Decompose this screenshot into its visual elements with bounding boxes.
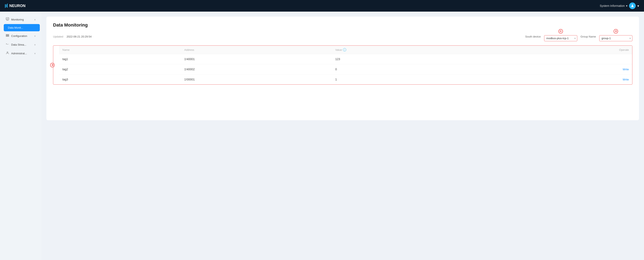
sidebar-data-monit-label: Data Monit...	[8, 26, 23, 29]
sidebar-configuration-label: Configuration	[11, 35, 27, 38]
brand-name: NEURON	[9, 4, 26, 8]
navbar-right: System Information ▾ ▾	[600, 3, 639, 9]
svg-point-8	[6, 35, 7, 35]
data-table-wrapper: Name Address Value i Operate	[53, 45, 632, 85]
table-section: ③ Name Address Value i	[53, 45, 632, 85]
content-card: Data Monitoring Updated 2022-06-21 20:29…	[46, 17, 639, 120]
sidebar-item-data-monitoring[interactable]: Data Monit...	[4, 24, 40, 31]
avatar-chevron: ▾	[637, 4, 639, 8]
group-name-select[interactable]: group-1	[599, 35, 632, 41]
svg-point-0	[632, 5, 633, 6]
table-header-row: Name Address Value i Operate	[59, 46, 632, 54]
monitoring-chevron: ∧	[34, 19, 36, 21]
col-operate: Operate	[488, 46, 632, 54]
cell-name: tag2	[59, 64, 181, 74]
sidebar-item-configuration[interactable]: Configuration ∨	[2, 32, 40, 40]
sidebar-item-monitoring[interactable]: Monitoring ∧	[2, 15, 40, 24]
cell-address: 1!40002	[181, 64, 332, 74]
group-name-select-wrapper: group-1	[599, 35, 632, 41]
cell-value: 0	[332, 64, 488, 74]
south-device-label: South device	[525, 35, 540, 38]
configuration-icon	[6, 34, 9, 38]
sidebar-administration-label: Administrat...	[11, 52, 27, 55]
logo-icon	[5, 4, 8, 8]
system-information-button[interactable]: System Information ▾	[600, 4, 628, 8]
cell-address: 1!00001	[181, 74, 332, 85]
sysinfo-chevron: ▾	[626, 4, 628, 8]
toolbar: Updated 2022-06-21 20:29:54 South device…	[53, 32, 632, 41]
sidebar-item-administration[interactable]: Administrat... ∨	[2, 49, 40, 58]
datastream-icon	[6, 43, 9, 47]
cell-operate: Write	[488, 64, 632, 74]
south-device-select-wrapper: modbus-plus-tcp-1	[544, 35, 577, 41]
cell-name: tag3	[59, 74, 181, 85]
badge-2: ②	[614, 29, 618, 34]
badge-1: ①	[558, 29, 563, 34]
sysinfo-label: System Information	[600, 4, 625, 8]
main-content: Data Monitoring Updated 2022-06-21 20:29…	[42, 12, 644, 260]
administration-icon	[6, 51, 9, 55]
page-title: Data Monitoring	[53, 22, 632, 28]
navbar: NEURON System Information ▾ ▾	[0, 0, 644, 12]
layout: Monitoring ∧ Data Monit... Configurati	[0, 12, 644, 260]
cell-value: 1	[332, 74, 488, 85]
svg-point-9	[8, 35, 8, 36]
svg-point-11	[6, 43, 7, 44]
table-row: tag11!40001123	[59, 54, 632, 64]
cell-value: 123	[332, 54, 488, 64]
data-table: Name Address Value i Operate	[59, 46, 632, 84]
administration-chevron: ∨	[34, 52, 36, 55]
group-name-container: ② group-1	[599, 32, 632, 41]
cell-operate	[488, 54, 632, 64]
col-name: Name	[59, 46, 181, 54]
monitoring-icon	[6, 18, 9, 22]
table-row: tag31!000011Write	[59, 74, 632, 85]
group-name-label: Group Name	[580, 35, 596, 38]
configuration-chevron: ∨	[34, 35, 36, 37]
value-header: Value i	[335, 48, 484, 51]
svg-point-10	[7, 36, 8, 37]
col-value: Value i	[332, 46, 488, 54]
cell-address: 1!40001	[181, 54, 332, 64]
col-address: Address	[181, 46, 332, 54]
updated-value: 2022-06-21 20:29:54	[66, 35, 92, 38]
south-device-select[interactable]: modbus-plus-tcp-1	[544, 35, 577, 41]
sidebar: Monitoring ∧ Data Monit... Configurati	[0, 12, 42, 260]
sidebar-monitoring-label: Monitoring	[11, 18, 24, 21]
cell-operate: Write	[488, 74, 632, 85]
sidebar-sub-monitoring: Data Monit...	[0, 24, 42, 31]
avatar[interactable]	[629, 3, 636, 9]
write-button[interactable]: Write	[623, 68, 629, 71]
updated-label: Updated	[53, 35, 63, 38]
datastream-chevron: ∨	[34, 44, 36, 46]
table-row: tag21!400020Write	[59, 64, 632, 74]
value-label: Value	[335, 48, 342, 51]
sidebar-item-datastream[interactable]: Data Strea... ∨	[2, 41, 40, 49]
brand: NEURON	[5, 4, 26, 8]
cell-name: tag1	[59, 54, 181, 64]
sidebar-datastream-label: Data Strea...	[11, 43, 26, 46]
svg-point-12	[8, 44, 9, 44]
south-device-container: ① modbus-plus-tcp-1	[544, 32, 577, 41]
value-info-icon[interactable]: i	[343, 48, 346, 51]
svg-point-13	[7, 52, 8, 53]
write-button[interactable]: Write	[623, 78, 629, 81]
